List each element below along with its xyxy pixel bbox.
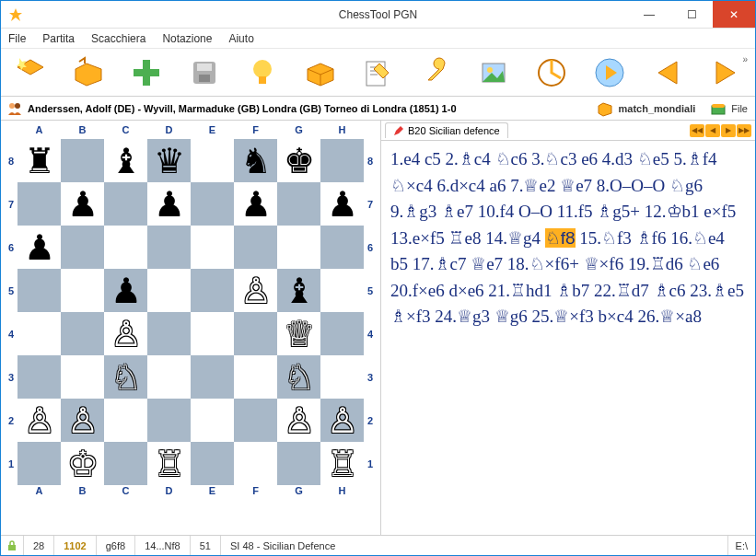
- piece[interactable]: ♘: [284, 360, 315, 395]
- piece[interactable]: ♙: [240, 273, 272, 308]
- box-button[interactable]: [301, 53, 339, 92]
- square[interactable]: [147, 226, 191, 269]
- square[interactable]: [191, 182, 234, 226]
- square[interactable]: [277, 442, 320, 485]
- piece[interactable]: ♟: [240, 187, 272, 222]
- square[interactable]: [320, 139, 364, 182]
- square[interactable]: [17, 312, 61, 355]
- square[interactable]: ♜: [17, 139, 61, 182]
- nav-next-button[interactable]: ▶: [721, 124, 736, 137]
- piece[interactable]: ♙: [110, 317, 142, 352]
- square[interactable]: ♙: [277, 399, 320, 442]
- toolbar-overflow-icon[interactable]: »: [742, 54, 748, 64]
- square[interactable]: ♙: [17, 399, 61, 442]
- piece[interactable]: ♟: [327, 187, 358, 222]
- square[interactable]: [191, 355, 234, 399]
- nav-first-button[interactable]: ◀◀: [690, 124, 704, 137]
- menu-partita[interactable]: Partita: [42, 32, 75, 45]
- board-squares[interactable]: ♜♝♛♞♚♟♟♟♟♟♟♙♝♙♕♘♘♙♙♙♙♔♖♖: [17, 139, 364, 485]
- piece[interactable]: ♙: [67, 403, 99, 438]
- square[interactable]: [234, 399, 277, 442]
- piece[interactable]: ♛: [154, 144, 185, 179]
- hint-button[interactable]: [243, 53, 281, 92]
- menu-file[interactable]: File: [8, 32, 26, 45]
- square[interactable]: [61, 139, 104, 182]
- piece[interactable]: ♝: [110, 144, 142, 179]
- square[interactable]: [320, 269, 364, 312]
- image-button[interactable]: [475, 53, 513, 92]
- square[interactable]: [320, 355, 364, 399]
- square[interactable]: [191, 442, 234, 485]
- piece[interactable]: ♔: [67, 446, 99, 481]
- piece[interactable]: ♙: [284, 403, 315, 438]
- piece[interactable]: ♕: [284, 317, 315, 352]
- open-file-button[interactable]: [70, 53, 108, 92]
- piece[interactable]: ♖: [154, 446, 185, 481]
- menu-scacchiera[interactable]: Scacchiera: [91, 32, 145, 45]
- edit-button[interactable]: [359, 53, 397, 92]
- square[interactable]: ♙: [234, 269, 277, 312]
- square[interactable]: [147, 312, 191, 355]
- piece[interactable]: ♚: [284, 144, 315, 179]
- square[interactable]: ♙: [320, 399, 364, 442]
- square[interactable]: ♝: [277, 269, 320, 312]
- minimize-button[interactable]: —: [628, 1, 670, 28]
- piece[interactable]: ♖: [327, 446, 358, 481]
- square[interactable]: [61, 312, 104, 355]
- square[interactable]: ♞: [234, 139, 277, 182]
- square[interactable]: ♕: [277, 312, 320, 355]
- piece[interactable]: ♟: [110, 273, 142, 308]
- square[interactable]: ♟: [104, 269, 147, 312]
- square[interactable]: [17, 442, 61, 485]
- square[interactable]: [234, 312, 277, 355]
- square[interactable]: [147, 399, 191, 442]
- square[interactable]: [61, 269, 104, 312]
- square[interactable]: ♙: [61, 399, 104, 442]
- square[interactable]: ♙: [104, 312, 147, 355]
- square[interactable]: ♖: [147, 442, 191, 485]
- square[interactable]: ♟: [147, 182, 191, 226]
- piece[interactable]: ♟: [24, 230, 55, 265]
- piece[interactable]: ♞: [240, 144, 272, 179]
- square[interactable]: [104, 226, 147, 269]
- square[interactable]: [191, 269, 234, 312]
- piece[interactable]: ♘: [110, 360, 142, 395]
- square[interactable]: [191, 399, 234, 442]
- square[interactable]: ♟: [17, 226, 61, 269]
- square[interactable]: [61, 226, 104, 269]
- piece[interactable]: ♜: [24, 144, 55, 179]
- square[interactable]: [320, 226, 364, 269]
- square[interactable]: ♔: [61, 442, 104, 485]
- next-button[interactable]: [706, 53, 744, 92]
- save-button[interactable]: [186, 53, 224, 92]
- menu-notazione[interactable]: Notazione: [162, 32, 212, 45]
- piece[interactable]: ♙: [24, 403, 55, 438]
- square[interactable]: ♟: [234, 182, 277, 226]
- square[interactable]: [104, 399, 147, 442]
- square[interactable]: ♟: [61, 182, 104, 226]
- piece[interactable]: ♟: [154, 187, 185, 222]
- nav-last-button[interactable]: ▶▶: [737, 124, 751, 137]
- add-button[interactable]: [128, 53, 166, 92]
- play-button[interactable]: [590, 53, 628, 92]
- square[interactable]: [17, 355, 61, 399]
- square[interactable]: ♘: [277, 355, 320, 399]
- square[interactable]: ♖: [320, 442, 364, 485]
- wrench-button[interactable]: [417, 53, 455, 92]
- moves-text[interactable]: 1.e4 c5 2.♗c4 ♘c6 3.♘c3 e6 4.d3 ♘e5 5.♗f…: [381, 141, 755, 535]
- nav-prev-button[interactable]: ◀: [705, 124, 720, 137]
- menu-aiuto[interactable]: Aiuto: [228, 32, 253, 45]
- square[interactable]: ♝: [104, 139, 147, 182]
- square[interactable]: ♚: [277, 139, 320, 182]
- current-move[interactable]: ♘f8: [545, 228, 576, 248]
- square[interactable]: [61, 355, 104, 399]
- square[interactable]: [147, 269, 191, 312]
- square[interactable]: [191, 139, 234, 182]
- square[interactable]: [234, 442, 277, 485]
- square[interactable]: [234, 355, 277, 399]
- square[interactable]: [277, 226, 320, 269]
- square[interactable]: ♛: [147, 139, 191, 182]
- prev-button[interactable]: [648, 53, 686, 92]
- square[interactable]: [17, 269, 61, 312]
- database-tab[interactable]: match_mondiali: [589, 100, 704, 117]
